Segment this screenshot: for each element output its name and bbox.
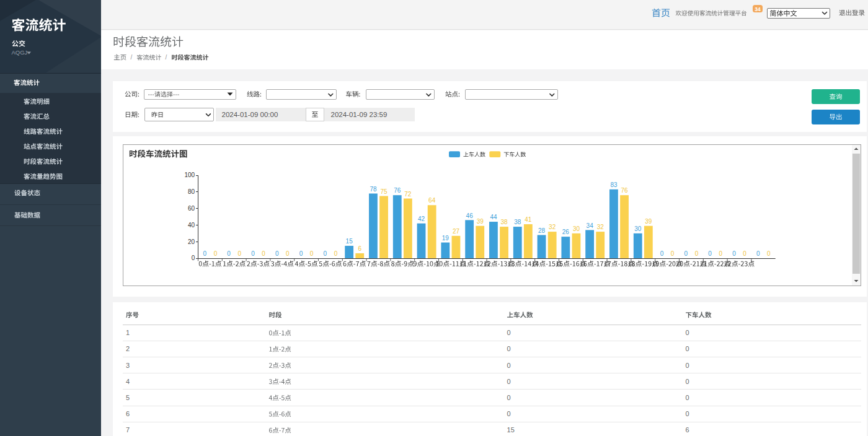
svg-text:76: 76 bbox=[621, 187, 628, 194]
svg-text:30: 30 bbox=[634, 225, 642, 232]
svg-text:0: 0 bbox=[686, 410, 689, 417]
svg-text:0: 0 bbox=[756, 250, 760, 257]
svg-text:0: 0 bbox=[203, 250, 207, 257]
svg-text:0: 0 bbox=[660, 250, 664, 257]
svg-text:0: 0 bbox=[695, 250, 699, 257]
svg-text:15: 15 bbox=[507, 426, 515, 434]
svg-text:0: 0 bbox=[299, 250, 303, 257]
svg-text:27: 27 bbox=[453, 228, 460, 235]
svg-text:78: 78 bbox=[370, 186, 377, 193]
svg-text:1: 1 bbox=[126, 329, 130, 336]
svg-text:/: / bbox=[166, 54, 167, 61]
svg-text:0: 0 bbox=[708, 250, 712, 257]
svg-text:2: 2 bbox=[126, 345, 130, 352]
svg-text:0: 0 bbox=[507, 362, 511, 369]
svg-text:39: 39 bbox=[477, 218, 484, 225]
svg-text:0: 0 bbox=[767, 250, 771, 257]
svg-text:2024-01-09 00:00: 2024-01-09 00:00 bbox=[222, 111, 278, 118]
svg-text:6: 6 bbox=[686, 426, 689, 434]
svg-text:0: 0 bbox=[507, 329, 511, 336]
svg-text:64: 64 bbox=[428, 197, 436, 204]
svg-text:0: 0 bbox=[251, 250, 255, 257]
svg-text:4: 4 bbox=[126, 378, 130, 385]
svg-text:15: 15 bbox=[346, 238, 353, 245]
svg-text:26: 26 bbox=[562, 229, 570, 235]
svg-text:0: 0 bbox=[286, 250, 290, 257]
svg-text:0: 0 bbox=[507, 410, 511, 417]
svg-text:0: 0 bbox=[686, 345, 689, 352]
svg-text:41: 41 bbox=[525, 216, 532, 223]
svg-text:0: 0 bbox=[743, 250, 746, 257]
svg-text:0: 0 bbox=[192, 255, 195, 261]
svg-text:0: 0 bbox=[686, 378, 689, 385]
svg-text:2024-01-09 23:59: 2024-01-09 23:59 bbox=[331, 111, 388, 118]
svg-text:5: 5 bbox=[126, 394, 130, 401]
svg-text:0: 0 bbox=[684, 250, 688, 257]
svg-text:0: 0 bbox=[275, 250, 279, 257]
svg-text:0: 0 bbox=[324, 250, 327, 257]
svg-text:100: 100 bbox=[185, 172, 195, 178]
svg-text:42: 42 bbox=[418, 216, 425, 222]
svg-text:0: 0 bbox=[507, 378, 511, 385]
svg-text:32: 32 bbox=[549, 224, 556, 230]
svg-text:34: 34 bbox=[755, 6, 761, 12]
svg-text:0: 0 bbox=[732, 250, 736, 257]
svg-text:AQGJ: AQGJ bbox=[12, 49, 28, 56]
svg-text:46: 46 bbox=[466, 212, 474, 219]
svg-text:38: 38 bbox=[514, 219, 521, 225]
svg-text:0: 0 bbox=[310, 250, 314, 257]
svg-text:/: / bbox=[131, 54, 133, 61]
svg-text:83: 83 bbox=[610, 181, 618, 188]
svg-text:0: 0 bbox=[686, 394, 689, 401]
svg-text:6: 6 bbox=[126, 410, 130, 417]
svg-text:7: 7 bbox=[126, 426, 130, 434]
svg-text:20: 20 bbox=[188, 238, 195, 245]
svg-text:28: 28 bbox=[538, 227, 546, 234]
svg-text:0: 0 bbox=[686, 329, 689, 336]
svg-text:72: 72 bbox=[404, 191, 412, 198]
svg-text:0: 0 bbox=[507, 345, 511, 352]
svg-text:19: 19 bbox=[442, 235, 450, 242]
svg-text:30: 30 bbox=[573, 225, 580, 232]
svg-text:80: 80 bbox=[188, 188, 195, 195]
svg-text:0: 0 bbox=[262, 250, 265, 257]
svg-text:44: 44 bbox=[490, 214, 497, 220]
svg-text:75: 75 bbox=[380, 188, 388, 195]
svg-text:0: 0 bbox=[334, 250, 338, 257]
svg-text:34: 34 bbox=[587, 222, 594, 229]
svg-text:32: 32 bbox=[597, 224, 604, 230]
svg-text:0: 0 bbox=[237, 250, 241, 257]
svg-text:0: 0 bbox=[671, 250, 675, 257]
svg-text:0: 0 bbox=[719, 250, 722, 257]
svg-text:40: 40 bbox=[188, 222, 195, 229]
svg-text:0: 0 bbox=[686, 362, 689, 369]
svg-text:76: 76 bbox=[394, 187, 401, 194]
svg-text:3: 3 bbox=[126, 362, 130, 369]
svg-text:39: 39 bbox=[645, 218, 652, 225]
svg-text:60: 60 bbox=[188, 205, 195, 212]
svg-text:0: 0 bbox=[214, 250, 218, 257]
svg-text:0: 0 bbox=[227, 250, 231, 257]
svg-text:6: 6 bbox=[358, 245, 361, 252]
svg-text:0: 0 bbox=[507, 394, 511, 401]
svg-text:38: 38 bbox=[500, 219, 508, 225]
